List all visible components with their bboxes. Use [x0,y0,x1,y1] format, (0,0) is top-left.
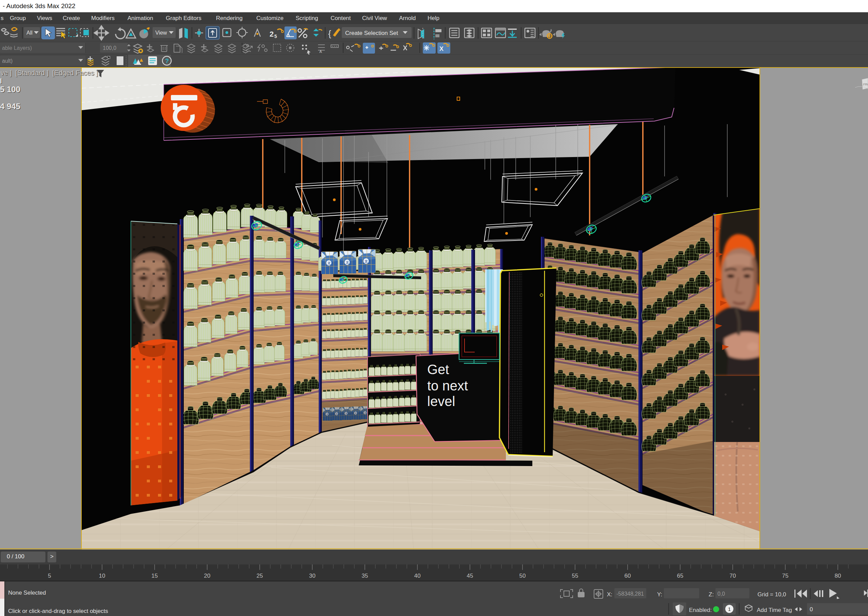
svg-text:30: 30 [309,573,316,579]
svg-text:Y:: Y: [657,591,662,598]
svg-text:15: 15 [152,573,158,579]
svg-text:Add Time Tag: Add Time Tag [757,607,792,613]
svg-text:to next: to next [427,378,468,393]
svg-text:65: 65 [677,573,683,579]
svg-text:40: 40 [414,573,421,579]
svg-text:?: ? [165,58,169,64]
svg-text:Create Selection Set: Create Selection Set [345,30,398,36]
svg-text:10: 10 [99,573,105,579]
svg-text:35: 35 [362,573,368,579]
svg-text:70: 70 [730,573,736,579]
svg-text:75: 75 [782,573,789,579]
svg-text:80: 80 [835,573,841,579]
svg-text:5: 5 [48,573,51,579]
svg-text:Z:: Z: [709,591,714,598]
svg-text:45: 45 [467,573,473,579]
svg-text:A: A [320,50,322,53]
svg-text:0,0: 0,0 [718,591,725,597]
svg-text:0: 0 [810,606,813,613]
svg-text:View: View [155,30,167,36]
svg-text:ault): ault) [2,58,13,64]
svg-text:Enabled:: Enabled: [689,607,712,613]
svg-text:Get: Get [427,362,449,377]
svg-text:X:: X: [607,591,613,598]
svg-text:60: 60 [625,573,631,579]
svg-text:FRO: FRO [863,83,868,86]
svg-text:-58348,281: -58348,281 [616,591,644,597]
svg-text:100,0: 100,0 [103,45,116,51]
svg-text:able Layers): able Layers) [2,45,32,51]
svg-text:Grid = 10,0: Grid = 10,0 [757,591,786,598]
svg-text:X: X [439,46,443,52]
svg-text:{: { [328,28,331,39]
svg-text:5: 5 [274,34,277,39]
svg-text:50: 50 [519,573,526,579]
svg-text:20: 20 [204,573,211,579]
svg-text:All: All [27,30,33,36]
svg-text:level: level [427,394,455,409]
svg-text:55: 55 [572,573,578,579]
svg-text:25: 25 [257,573,263,579]
svg-text:1: 1 [728,606,731,612]
svg-text:2: 2 [269,30,274,38]
